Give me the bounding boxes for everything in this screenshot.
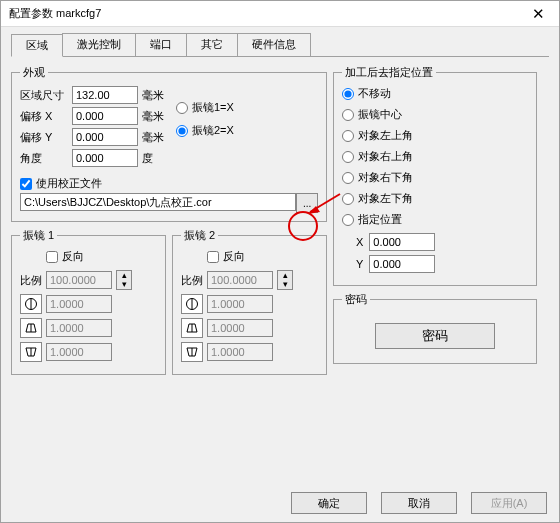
- titlebar: 配置参数 markcfg7 ✕: [1, 1, 559, 27]
- galvo1-reverse[interactable]: 反向: [46, 249, 157, 264]
- offx-input[interactable]: [72, 107, 138, 125]
- goto-opt-0[interactable]: 不移动: [342, 86, 528, 101]
- tab-port[interactable]: 端口: [135, 33, 187, 56]
- goto-y-label: Y: [356, 258, 363, 270]
- dialog-footer: 确定 取消 应用(A): [291, 492, 547, 514]
- galvo1-ratio-label: 比例: [20, 273, 42, 288]
- close-icon[interactable]: ✕: [526, 5, 551, 23]
- offy-input[interactable]: [72, 128, 138, 146]
- galvo2-v3: [207, 343, 273, 361]
- trap-down-icon: [20, 342, 42, 362]
- galvo2-group: 振镜 2 反向 比例 ▴▾: [172, 228, 327, 375]
- appearance-group: 外观 区域尺寸 毫米 偏移 X 毫米: [11, 65, 327, 222]
- goto-opt-6[interactable]: 指定位置: [342, 212, 528, 227]
- galvo2-v2: [207, 319, 273, 337]
- trap-up-icon: [181, 318, 203, 338]
- offx-unit: 毫米: [142, 109, 164, 124]
- goto-x-label: X: [356, 236, 363, 248]
- galvo1-v2: [46, 319, 112, 337]
- barrel-icon: [181, 294, 203, 314]
- galvo2-reverse[interactable]: 反向: [207, 249, 318, 264]
- password-group: 密码 密码: [333, 292, 537, 364]
- ok-button[interactable]: 确定: [291, 492, 367, 514]
- apply-button[interactable]: 应用(A): [471, 492, 547, 514]
- cor-file-path[interactable]: [20, 193, 296, 211]
- tab-laser[interactable]: 激光控制: [62, 33, 136, 56]
- goto-x-input[interactable]: [369, 233, 435, 251]
- angle-input[interactable]: [72, 149, 138, 167]
- tab-other[interactable]: 其它: [186, 33, 238, 56]
- tab-area[interactable]: 区域: [11, 34, 63, 57]
- trap-up-icon: [20, 318, 42, 338]
- trap-down-icon: [181, 342, 203, 362]
- offx-label: 偏移 X: [20, 109, 72, 124]
- galvo1-group: 振镜 1 反向 比例 ▴▾: [11, 228, 166, 375]
- mirror2-radio[interactable]: 振镜2=X: [176, 123, 234, 138]
- goto-opt-3[interactable]: 对象右上角: [342, 149, 528, 164]
- galvo1-ratio-spin[interactable]: ▴▾: [116, 270, 132, 290]
- goto-opt-2[interactable]: 对象左上角: [342, 128, 528, 143]
- cancel-button[interactable]: 取消: [381, 492, 457, 514]
- galvo2-ratio-spin[interactable]: ▴▾: [277, 270, 293, 290]
- tabs: 区域 激光控制 端口 其它 硬件信息: [11, 33, 549, 57]
- offy-label: 偏移 Y: [20, 130, 72, 145]
- config-window: 配置参数 markcfg7 ✕ 区域 激光控制 端口 其它 硬件信息 外观 区域…: [0, 0, 560, 523]
- password-button[interactable]: 密码: [375, 323, 495, 349]
- appearance-legend: 外观: [20, 65, 48, 80]
- goto-opt-5[interactable]: 对象左下角: [342, 191, 528, 206]
- goto-y-input[interactable]: [369, 255, 435, 273]
- goto-opt-4[interactable]: 对象右下角: [342, 170, 528, 185]
- tab-hwinfo[interactable]: 硬件信息: [237, 33, 311, 56]
- galvo2-ratio-label: 比例: [181, 273, 203, 288]
- goto-opt-1[interactable]: 振镜中心: [342, 107, 528, 122]
- browse-button[interactable]: ...: [296, 193, 318, 213]
- window-title: 配置参数 markcfg7: [9, 6, 101, 21]
- galvo1-v3: [46, 343, 112, 361]
- galvo2-ratio: [207, 271, 273, 289]
- galvo1-v1: [46, 295, 112, 313]
- size-input[interactable]: [72, 86, 138, 104]
- goto-group: 加工后去指定位置 不移动 振镜中心 对象左上角 对象右上角 对象右下角 对象左下…: [333, 65, 537, 286]
- mirror1-radio[interactable]: 振镜1=X: [176, 100, 234, 115]
- use-cor-file-check[interactable]: 使用校正文件: [20, 176, 318, 191]
- galvo1-ratio: [46, 271, 112, 289]
- size-unit: 毫米: [142, 88, 164, 103]
- galvo2-v1: [207, 295, 273, 313]
- angle-unit: 度: [142, 151, 153, 166]
- barrel-icon: [20, 294, 42, 314]
- size-label: 区域尺寸: [20, 88, 72, 103]
- offy-unit: 毫米: [142, 130, 164, 145]
- angle-label: 角度: [20, 151, 72, 166]
